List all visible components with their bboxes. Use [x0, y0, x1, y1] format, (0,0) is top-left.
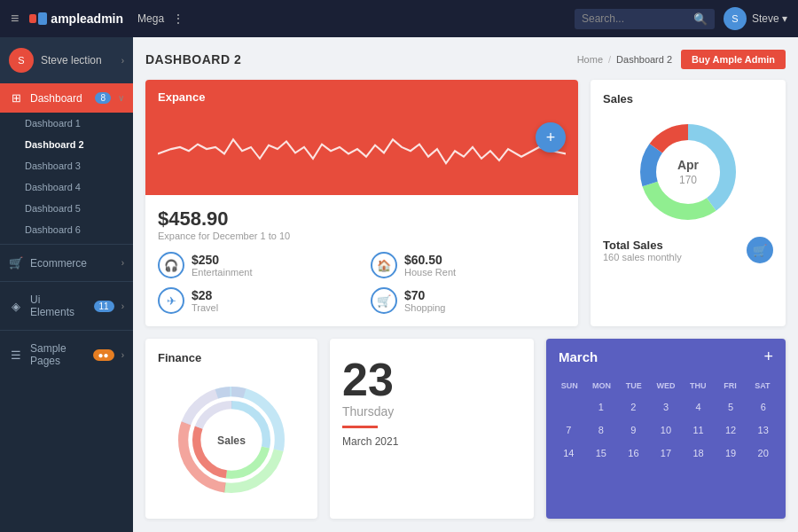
calendar-day[interactable]: 12 — [716, 419, 747, 441]
ecommerce-arrow-icon: › — [121, 258, 124, 268]
sidebar-subitem-dashboard4[interactable]: Dashboard 4 — [0, 176, 133, 198]
calendar-day — [553, 396, 584, 418]
total-sales-area: Total Sales 160 sales monthly 🛒 — [603, 237, 773, 263]
calendar-day[interactable]: 9 — [618, 419, 649, 441]
calendar-day[interactable]: 7 — [553, 419, 584, 441]
sidebar-item-ecommerce[interactable]: 🛒 Ecommerce › — [0, 248, 133, 278]
sidebar-user-name: Steve lection — [41, 54, 114, 66]
sidebar-subitem-dashboard2[interactable]: Dashboard 2 — [0, 134, 133, 155]
breadcrumb-home[interactable]: Home — [577, 54, 603, 65]
top-row: Expance + $458.90 Expance for December 1… — [145, 80, 786, 326]
calendar-day[interactable]: 11 — [683, 419, 714, 441]
calendar-day[interactable]: 15 — [586, 442, 617, 464]
cal-tue: TUE — [618, 379, 650, 393]
calendar-month: March — [559, 349, 598, 364]
breadcrumb: Home / Dashboard 2 — [577, 54, 672, 65]
date-card: 23 Thursday March 2021 — [330, 339, 534, 519]
travel-icon: ✈ — [158, 287, 184, 314]
calendar-day[interactable]: 20 — [747, 442, 778, 464]
dashboard-badge: 8 — [95, 92, 111, 104]
calendar-day[interactable]: 8 — [586, 419, 617, 441]
sidebar-item-sample-pages[interactable]: ☰ Sample Pages ●● › — [0, 334, 133, 375]
breadcrumb-sep: / — [608, 54, 611, 65]
calendar-day[interactable]: 1 — [586, 396, 617, 418]
sales-donut-chart: Apr 170 — [630, 114, 746, 230]
search-input[interactable] — [582, 12, 688, 25]
donut-container: Apr 170 — [603, 114, 773, 230]
user-area[interactable]: S Steve ▾ — [724, 7, 787, 30]
calendar-day[interactable]: 19 — [716, 442, 747, 464]
buy-button[interactable]: Buy Ample Admin — [681, 50, 786, 69]
sidebar-item-dashboard[interactable]: ⊞ Dashboard 8 ∨ — [0, 83, 133, 113]
finance-donut-label: Sales — [217, 434, 246, 447]
calendar-day[interactable]: 2 — [618, 396, 649, 418]
calendar-days: 1234567891011121314151617181920 — [553, 396, 778, 464]
calendar-day[interactable]: 4 — [683, 396, 714, 418]
date-weekday: Thursday — [342, 404, 394, 419]
nav-more[interactable]: ⋮ — [173, 12, 184, 25]
dashboard-icon: ⊞ — [9, 91, 23, 105]
ui-badge: 11 — [94, 301, 114, 312]
expense-items: 🎧 $250 Entertainment 🏠 $60.50 — [158, 252, 566, 314]
cal-sat: SAT — [747, 379, 778, 393]
expense-card: Expance + $458.90 Expance for December 1… — [145, 80, 578, 326]
expense-chart-area: Expance + — [145, 80, 578, 195]
nav-mega[interactable]: Mega — [137, 12, 164, 25]
sidebar-item-ui-elements[interactable]: ◈ Ui Elements 11 › — [0, 286, 133, 326]
calendar-grid: SUN MON TUE WED THU FRI SAT 123456789101… — [546, 375, 786, 471]
user-name: Steve ▾ — [752, 12, 787, 25]
cal-thu: THU — [682, 379, 714, 393]
entertainment-info: $250 Entertainment — [192, 253, 252, 278]
expense-item-entertainment: 🎧 $250 Entertainment — [158, 252, 353, 278]
calendar-day[interactable]: 5 — [716, 396, 747, 418]
logo-icon — [29, 12, 47, 25]
entertainment-icon: 🎧 — [158, 252, 184, 278]
rent-label: House Rent — [404, 267, 456, 278]
cal-sun: SUN — [553, 379, 585, 393]
calendar-days-header: SUN MON TUE WED THU FRI SAT — [553, 379, 778, 393]
calendar-day[interactable]: 18 — [683, 442, 714, 464]
sales-card-title: Sales — [603, 92, 773, 106]
svg-rect-0 — [29, 14, 36, 23]
cal-mon: MON — [585, 379, 617, 393]
calendar-header: March + — [546, 339, 786, 375]
calendar-day[interactable]: 13 — [747, 419, 778, 441]
svg-rect-1 — [38, 12, 47, 25]
expense-fab-button[interactable]: + — [536, 122, 566, 153]
sidebar: S Steve lection › ⊞ Dashboard 8 ∨ Dashbo… — [0, 37, 133, 532]
finance-donut-wrapper: Sales — [158, 373, 305, 506]
sidebar-subitem-dashboard6[interactable]: Dashboard 6 — [0, 219, 133, 240]
calendar-day[interactable]: 17 — [651, 442, 682, 464]
sidebar-dashboard-label: Dashboard — [30, 92, 88, 105]
date-day: 23 — [342, 356, 394, 403]
expense-amount: $458.90 — [158, 207, 566, 231]
search-icon[interactable]: 🔍 — [693, 12, 708, 26]
date-full: March 2021 — [342, 435, 398, 448]
expense-item-shopping: 🛒 $70 Shopping — [371, 287, 566, 314]
sidebar-user[interactable]: S Steve lection › — [0, 37, 133, 83]
shopping-value: $70 — [404, 288, 446, 302]
calendar-day[interactable]: 3 — [651, 396, 682, 418]
cart-button[interactable]: 🛒 — [747, 237, 773, 263]
cal-wed: WED — [650, 379, 682, 393]
sidebar-avatar: S — [9, 48, 34, 73]
calendar-add-button[interactable]: + — [763, 348, 773, 366]
calendar-day[interactable]: 10 — [651, 419, 682, 441]
finance-donut-chart: Sales — [165, 373, 298, 506]
calendar-day[interactable]: 14 — [553, 442, 584, 464]
page-title: DASHBOARD 2 — [145, 52, 241, 66]
sidebar-nav: ⊞ Dashboard 8 ∨ Dashboard 1 Dashboard 2 … — [0, 83, 133, 375]
sample-badge: ●● — [93, 349, 114, 361]
cal-fri: FRI — [714, 379, 746, 393]
calendar-day[interactable]: 6 — [747, 396, 778, 418]
hamburger-icon[interactable]: ≡ — [11, 11, 19, 27]
total-sales-info: Total Sales 160 sales monthly — [603, 239, 682, 262]
expense-item-travel: ✈ $28 Travel — [158, 287, 353, 314]
calendar-day[interactable]: 16 — [618, 442, 649, 464]
finance-title: Finance — [158, 351, 305, 364]
travel-label: Travel — [192, 302, 218, 313]
sidebar-subitem-dashboard5[interactable]: Dashboard 5 — [0, 198, 133, 219]
sidebar-subitem-dashboard1[interactable]: Dashboard 1 — [0, 113, 133, 134]
sidebar-subitem-dashboard3[interactable]: Dashboard 3 — [0, 155, 133, 176]
shopping-icon: 🛒 — [371, 287, 397, 314]
